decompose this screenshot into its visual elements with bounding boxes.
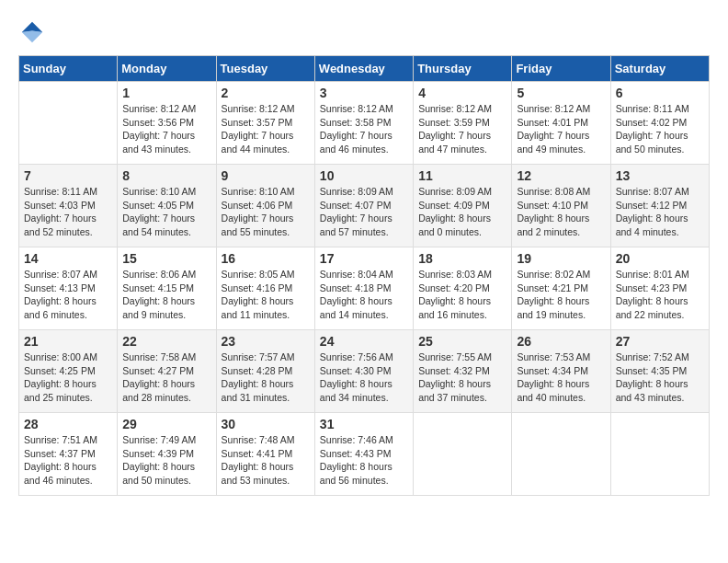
day-cell: 13Sunrise: 8:07 AMSunset: 4:12 PMDayligh… (610, 165, 709, 247)
day-number: 27 (616, 334, 704, 349)
day-cell: 5Sunrise: 8:12 AMSunset: 4:01 PMDaylight… (512, 82, 610, 165)
day-info: Sunrise: 8:01 AMSunset: 4:23 PMDaylight:… (616, 268, 704, 322)
week-row-3: 14Sunrise: 8:07 AMSunset: 4:13 PMDayligh… (19, 247, 710, 330)
day-cell: 3Sunrise: 8:12 AMSunset: 3:58 PMDaylight… (314, 82, 413, 165)
day-info: Sunrise: 7:52 AMSunset: 4:35 PMDaylight:… (616, 350, 704, 405)
day-cell: 29Sunrise: 7:49 AMSunset: 4:39 PMDayligh… (118, 413, 216, 496)
day-number: 18 (418, 251, 506, 266)
col-header-sunday: Sunday (19, 56, 118, 82)
day-number: 22 (122, 334, 210, 349)
day-cell (414, 413, 512, 496)
day-info: Sunrise: 8:03 AMSunset: 4:20 PMDaylight:… (418, 268, 506, 322)
day-number: 25 (418, 334, 506, 349)
day-info: Sunrise: 8:11 AMSunset: 4:03 PMDaylight:… (24, 185, 112, 239)
day-info: Sunrise: 8:12 AMSunset: 3:59 PMDaylight:… (418, 102, 506, 156)
logo (18, 18, 50, 46)
day-cell: 31Sunrise: 7:46 AMSunset: 4:43 PMDayligh… (314, 413, 413, 496)
day-cell: 10Sunrise: 8:09 AMSunset: 4:07 PMDayligh… (314, 165, 413, 247)
day-info: Sunrise: 8:09 AMSunset: 4:09 PMDaylight:… (418, 185, 506, 239)
col-header-friday: Friday (512, 56, 610, 82)
col-header-monday: Monday (118, 56, 216, 82)
day-number: 24 (320, 334, 408, 349)
header-row: SundayMondayTuesdayWednesdayThursdayFrid… (19, 56, 710, 82)
day-number: 31 (320, 417, 408, 431)
day-info: Sunrise: 7:53 AMSunset: 4:34 PMDaylight:… (517, 350, 605, 405)
day-info: Sunrise: 7:55 AMSunset: 4:32 PMDaylight:… (418, 350, 506, 405)
day-info: Sunrise: 8:12 AMSunset: 3:58 PMDaylight:… (320, 102, 408, 156)
day-number: 3 (320, 86, 408, 100)
day-number: 14 (24, 251, 112, 266)
col-header-saturday: Saturday (610, 56, 709, 82)
day-cell: 8Sunrise: 8:10 AMSunset: 4:05 PMDaylight… (118, 165, 216, 247)
day-number: 30 (222, 417, 310, 431)
day-cell: 30Sunrise: 7:48 AMSunset: 4:41 PMDayligh… (216, 413, 314, 496)
day-cell: 21Sunrise: 8:00 AMSunset: 4:25 PMDayligh… (19, 330, 118, 413)
day-info: Sunrise: 8:11 AMSunset: 4:02 PMDaylight:… (616, 102, 704, 156)
day-info: Sunrise: 7:48 AMSunset: 4:41 PMDaylight:… (222, 433, 310, 488)
day-number: 8 (122, 168, 210, 183)
day-info: Sunrise: 7:56 AMSunset: 4:30 PMDaylight:… (320, 350, 408, 405)
day-number: 4 (418, 86, 506, 100)
week-row-2: 7Sunrise: 8:11 AMSunset: 4:03 PMDaylight… (19, 165, 710, 247)
day-info: Sunrise: 8:00 AMSunset: 4:25 PMDaylight:… (24, 350, 112, 405)
calendar-table: SundayMondayTuesdayWednesdayThursdayFrid… (18, 55, 710, 496)
day-number: 6 (616, 86, 704, 100)
day-info: Sunrise: 8:07 AMSunset: 4:12 PMDaylight:… (616, 185, 704, 239)
day-number: 23 (222, 334, 310, 349)
day-cell: 7Sunrise: 8:11 AMSunset: 4:03 PMDaylight… (19, 165, 118, 247)
day-cell (19, 82, 118, 165)
day-cell: 4Sunrise: 8:12 AMSunset: 3:59 PMDaylight… (414, 82, 512, 165)
week-row-4: 21Sunrise: 8:00 AMSunset: 4:25 PMDayligh… (19, 330, 710, 413)
day-number: 16 (222, 251, 310, 266)
day-info: Sunrise: 7:46 AMSunset: 4:43 PMDaylight:… (320, 433, 408, 488)
page-header (18, 18, 710, 46)
day-cell: 2Sunrise: 8:12 AMSunset: 3:57 PMDaylight… (216, 82, 314, 165)
logo-icon (18, 18, 46, 46)
day-cell: 14Sunrise: 8:07 AMSunset: 4:13 PMDayligh… (19, 247, 118, 330)
col-header-thursday: Thursday (414, 56, 512, 82)
day-cell: 27Sunrise: 7:52 AMSunset: 4:35 PMDayligh… (610, 330, 709, 413)
col-header-wednesday: Wednesday (314, 56, 413, 82)
day-cell: 15Sunrise: 8:06 AMSunset: 4:15 PMDayligh… (118, 247, 216, 330)
day-cell: 18Sunrise: 8:03 AMSunset: 4:20 PMDayligh… (414, 247, 512, 330)
day-number: 21 (24, 334, 112, 349)
day-cell: 24Sunrise: 7:56 AMSunset: 4:30 PMDayligh… (314, 330, 413, 413)
day-info: Sunrise: 7:49 AMSunset: 4:39 PMDaylight:… (122, 433, 210, 488)
day-cell (512, 413, 610, 496)
day-number: 20 (616, 251, 704, 266)
day-number: 17 (320, 251, 408, 266)
day-info: Sunrise: 8:10 AMSunset: 4:05 PMDaylight:… (122, 185, 210, 239)
day-cell: 23Sunrise: 7:57 AMSunset: 4:28 PMDayligh… (216, 330, 314, 413)
day-info: Sunrise: 8:07 AMSunset: 4:13 PMDaylight:… (24, 268, 112, 322)
day-cell: 9Sunrise: 8:10 AMSunset: 4:06 PMDaylight… (216, 165, 314, 247)
day-number: 2 (222, 86, 310, 100)
day-cell: 28Sunrise: 7:51 AMSunset: 4:37 PMDayligh… (19, 413, 118, 496)
day-cell: 26Sunrise: 7:53 AMSunset: 4:34 PMDayligh… (512, 330, 610, 413)
day-cell: 20Sunrise: 8:01 AMSunset: 4:23 PMDayligh… (610, 247, 709, 330)
day-number: 7 (24, 168, 112, 183)
day-info: Sunrise: 8:12 AMSunset: 3:57 PMDaylight:… (222, 102, 310, 156)
col-header-tuesday: Tuesday (216, 56, 314, 82)
day-number: 13 (616, 168, 704, 183)
day-number: 26 (517, 334, 605, 349)
day-info: Sunrise: 7:51 AMSunset: 4:37 PMDaylight:… (24, 433, 112, 488)
day-cell: 1Sunrise: 8:12 AMSunset: 3:56 PMDaylight… (118, 82, 216, 165)
day-number: 5 (517, 86, 605, 100)
day-number: 1 (122, 86, 210, 100)
day-info: Sunrise: 8:10 AMSunset: 4:06 PMDaylight:… (222, 185, 310, 239)
week-row-1: 1Sunrise: 8:12 AMSunset: 3:56 PMDaylight… (19, 82, 710, 165)
week-row-5: 28Sunrise: 7:51 AMSunset: 4:37 PMDayligh… (19, 413, 710, 496)
day-info: Sunrise: 8:12 AMSunset: 4:01 PMDaylight:… (517, 102, 605, 156)
day-cell: 17Sunrise: 8:04 AMSunset: 4:18 PMDayligh… (314, 247, 413, 330)
day-cell: 19Sunrise: 8:02 AMSunset: 4:21 PMDayligh… (512, 247, 610, 330)
day-number: 12 (517, 168, 605, 183)
day-info: Sunrise: 8:09 AMSunset: 4:07 PMDaylight:… (320, 185, 408, 239)
day-cell: 25Sunrise: 7:55 AMSunset: 4:32 PMDayligh… (414, 330, 512, 413)
day-info: Sunrise: 7:58 AMSunset: 4:27 PMDaylight:… (122, 350, 210, 405)
day-number: 10 (320, 168, 408, 183)
day-info: Sunrise: 8:04 AMSunset: 4:18 PMDaylight:… (320, 268, 408, 322)
day-number: 29 (122, 417, 210, 431)
day-info: Sunrise: 7:57 AMSunset: 4:28 PMDaylight:… (222, 350, 310, 405)
day-number: 11 (418, 168, 506, 183)
svg-marker-1 (22, 31, 43, 43)
